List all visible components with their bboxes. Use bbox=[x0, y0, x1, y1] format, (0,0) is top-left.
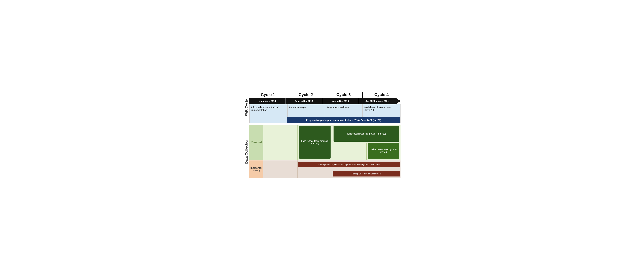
par-cycle-section: PAR Cycle Cycle 1 Cycle 2 Cycle 3 Cycle … bbox=[244, 92, 400, 123]
data-main: Planned Face-to-face focus groups x 2 (n… bbox=[249, 125, 400, 178]
planned-row: Planned Face-to-face focus groups x 2 (n… bbox=[249, 125, 400, 160]
par-cell-1: Pilot study informs PICNIC implementatio… bbox=[250, 104, 287, 123]
incidental-bar-correspondence: Correspondence, social media performance… bbox=[298, 162, 400, 167]
cycle-3-title: Cycle 3 bbox=[325, 92, 363, 98]
arrow-head bbox=[396, 98, 400, 104]
recruitment-bar: Progressive participant recruitment: Jun… bbox=[287, 117, 400, 123]
planned-cell-1 bbox=[264, 125, 298, 160]
arrow-bar-container: Up to June 2018 June to Dec 2018 Jan to … bbox=[249, 98, 400, 104]
incidental-label-text: Incidental bbox=[250, 167, 262, 169]
par-main-content: Cycle 1 Cycle 2 Cycle 3 Cycle 4 Up to Ju… bbox=[249, 92, 400, 123]
cycle-headers: Cycle 1 Cycle 2 Cycle 3 Cycle 4 bbox=[249, 92, 400, 98]
arrow-segment-1: Up to June 2018 bbox=[249, 98, 286, 104]
incidental-row: Incidental (n=269) Correspondence, socia… bbox=[249, 161, 400, 178]
incidental-n: (n=269) bbox=[253, 169, 260, 172]
data-collection-section: Data Collection Planned Face-to-face foc… bbox=[244, 125, 400, 178]
incidental-bar-forum: Participant forum data collection bbox=[332, 171, 400, 177]
par-cell-2: Formative stage bbox=[287, 104, 325, 117]
cycle-header-row: Cycle 1 Cycle 2 Cycle 3 Cycle 4 bbox=[249, 92, 400, 98]
arrow-segment-2: June to Dec 2018 bbox=[286, 98, 322, 104]
incidental-label: Incidental (n=269) bbox=[249, 161, 264, 178]
planned-label: Planned bbox=[249, 125, 264, 160]
arrow-bar-body: Up to June 2018 June to Dec 2018 Jan to … bbox=[249, 98, 396, 104]
arrow-segment-4: Jan 2020 to June 2021 bbox=[359, 98, 396, 104]
par-cell-3: Program consolidation bbox=[325, 104, 362, 117]
arrow-bar: Up to June 2018 June to Dec 2018 Jan to … bbox=[249, 98, 400, 104]
par-cell-4: Model modifications due to Covid-19 bbox=[362, 104, 400, 117]
planned-cell-2: Face-to-face focus groups x 2 (n=14) bbox=[298, 125, 332, 160]
par-content-area: Pilot study informs PICNIC implementatio… bbox=[249, 104, 400, 123]
planned-cells: Face-to-face focus groups x 2 (n=14) Top… bbox=[264, 125, 400, 160]
planned-topic-groups: Topic specific working groups x 4 (n=18) bbox=[334, 126, 399, 142]
cycle-4-title: Cycle 4 bbox=[363, 92, 400, 98]
incidental-bg-1 bbox=[264, 161, 298, 178]
planned-focus-groups: Face-to-face focus groups x 2 (n=14) bbox=[299, 126, 330, 159]
planned-online-meetings: Online parent meetings x 13 (n=56) bbox=[368, 143, 399, 159]
cycle-1-title: Cycle 1 bbox=[249, 92, 287, 98]
data-collection-side-label: Data Collection bbox=[244, 125, 249, 178]
diagram-wrapper: PAR Cycle Cycle 1 Cycle 2 Cycle 3 Cycle … bbox=[244, 92, 400, 178]
par-cycle-side-label: PAR Cycle bbox=[244, 92, 249, 123]
cycle-2-title: Cycle 2 bbox=[287, 92, 325, 98]
arrow-segment-3: Jan to Dec 2019 bbox=[322, 98, 359, 104]
